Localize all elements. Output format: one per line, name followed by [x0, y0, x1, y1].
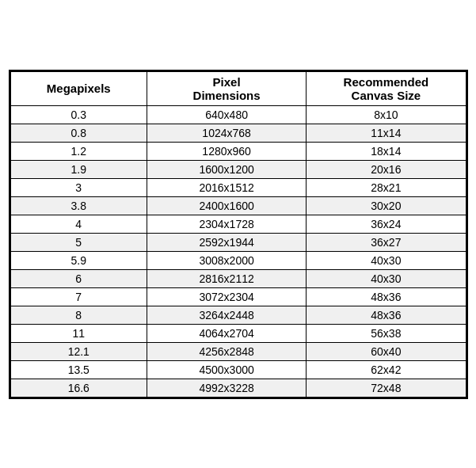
cell-canvas-size: 60x40	[307, 342, 466, 360]
cell-pixel-dimensions: 1280x960	[147, 142, 307, 160]
cell-pixel-dimensions: 3072x2304	[147, 287, 307, 306]
table-header-row: Megapixels PixelDimensions RecommendedCa…	[10, 71, 466, 105]
cell-pixel-dimensions: 4256x2848	[147, 342, 307, 360]
cell-pixel-dimensions: 2016x1512	[147, 178, 307, 196]
table-row: 13.54500x300062x42	[10, 360, 466, 379]
cell-pixel-dimensions: 4500x3000	[147, 360, 307, 379]
cell-canvas-size: 56x38	[307, 324, 466, 342]
cell-megapixels: 5	[10, 233, 147, 251]
cell-megapixels: 3	[10, 178, 147, 196]
table-row: 1.91600x120020x16	[10, 160, 466, 178]
table-row: 73072x230448x36	[10, 287, 466, 306]
cell-megapixels: 13.5	[10, 360, 147, 379]
table-row: 42304x172836x24	[10, 215, 466, 233]
cell-pixel-dimensions: 4992x3228	[147, 379, 307, 397]
cell-pixel-dimensions: 1024x768	[147, 124, 307, 142]
table-row: 12.14256x284860x40	[10, 342, 466, 360]
cell-megapixels: 8	[10, 306, 147, 324]
cell-canvas-size: 48x36	[307, 287, 466, 306]
main-table-container: Megapixels PixelDimensions RecommendedCa…	[9, 70, 468, 399]
cell-megapixels: 5.9	[10, 251, 147, 269]
cell-canvas-size: 20x16	[307, 160, 466, 178]
cell-pixel-dimensions: 2816x2112	[147, 269, 307, 287]
table-row: 114064x270456x38	[10, 324, 466, 342]
cell-canvas-size: 8x10	[307, 105, 466, 124]
cell-canvas-size: 11x14	[307, 124, 466, 142]
data-table: Megapixels PixelDimensions RecommendedCa…	[10, 71, 466, 398]
cell-megapixels: 1.2	[10, 142, 147, 160]
cell-pixel-dimensions: 2400x1600	[147, 196, 307, 215]
table-row: 16.64992x322872x48	[10, 379, 466, 397]
table-row: 0.81024x76811x14	[10, 124, 466, 142]
cell-canvas-size: 30x20	[307, 196, 466, 215]
cell-megapixels: 0.8	[10, 124, 147, 142]
cell-canvas-size: 72x48	[307, 379, 466, 397]
header-pixel-dimensions: PixelDimensions	[147, 71, 307, 105]
cell-pixel-dimensions: 1600x1200	[147, 160, 307, 178]
table-row: 5.93008x200040x30	[10, 251, 466, 269]
header-megapixels: Megapixels	[10, 71, 147, 105]
cell-canvas-size: 18x14	[307, 142, 466, 160]
table-row: 62816x211240x30	[10, 269, 466, 287]
cell-megapixels: 1.9	[10, 160, 147, 178]
cell-pixel-dimensions: 2304x1728	[147, 215, 307, 233]
table-row: 1.21280x96018x14	[10, 142, 466, 160]
cell-megapixels: 12.1	[10, 342, 147, 360]
cell-canvas-size: 62x42	[307, 360, 466, 379]
cell-pixel-dimensions: 3008x2000	[147, 251, 307, 269]
cell-canvas-size: 36x24	[307, 215, 466, 233]
cell-pixel-dimensions: 3264x2448	[147, 306, 307, 324]
cell-megapixels: 3.8	[10, 196, 147, 215]
cell-canvas-size: 36x27	[307, 233, 466, 251]
table-body: 0.3640x4808x100.81024x76811x141.21280x96…	[10, 105, 466, 397]
cell-megapixels: 16.6	[10, 379, 147, 397]
cell-megapixels: 6	[10, 269, 147, 287]
cell-canvas-size: 48x36	[307, 306, 466, 324]
cell-megapixels: 4	[10, 215, 147, 233]
cell-megapixels: 11	[10, 324, 147, 342]
cell-megapixels: 7	[10, 287, 147, 306]
cell-canvas-size: 28x21	[307, 178, 466, 196]
table-row: 52592x194436x27	[10, 233, 466, 251]
cell-pixel-dimensions: 2592x1944	[147, 233, 307, 251]
table-row: 32016x151228x21	[10, 178, 466, 196]
table-row: 83264x244848x36	[10, 306, 466, 324]
cell-canvas-size: 40x30	[307, 269, 466, 287]
cell-pixel-dimensions: 640x480	[147, 105, 307, 124]
table-row: 0.3640x4808x10	[10, 105, 466, 124]
header-canvas-size: RecommendedCanvas Size	[307, 71, 466, 105]
cell-pixel-dimensions: 4064x2704	[147, 324, 307, 342]
table-row: 3.82400x160030x20	[10, 196, 466, 215]
cell-megapixels: 0.3	[10, 105, 147, 124]
cell-canvas-size: 40x30	[307, 251, 466, 269]
